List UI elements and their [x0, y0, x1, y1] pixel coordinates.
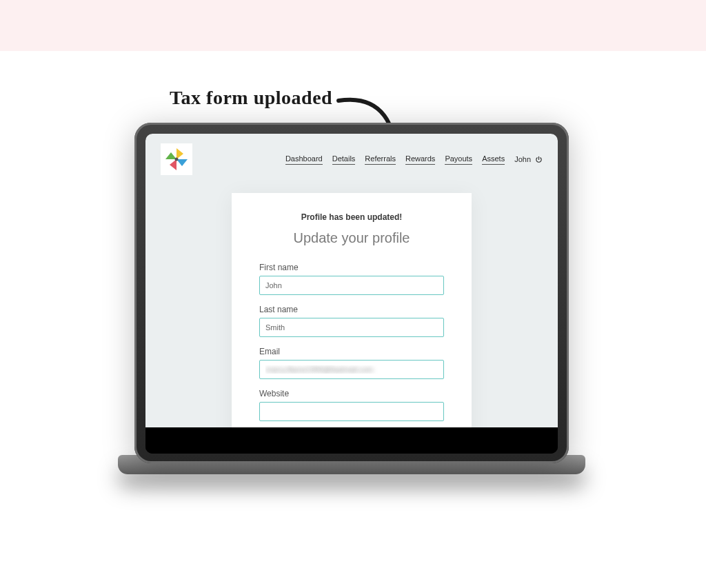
svg-point-4	[175, 158, 179, 161]
first-name-label: First name	[259, 263, 444, 272]
nav-referrals[interactable]: Referrals	[365, 154, 396, 165]
page-top-band	[0, 0, 706, 51]
pinwheel-logo	[161, 143, 192, 175]
pinwheel-icon	[163, 145, 190, 173]
last-name-label: Last name	[259, 305, 444, 314]
user-name: John	[514, 155, 531, 163]
website-label: Website	[259, 389, 444, 398]
laptop-frame: Dashboard Details Referrals Rewards Payo…	[123, 123, 580, 488]
laptop-screen: Dashboard Details Referrals Rewards Payo…	[145, 134, 558, 454]
email-input[interactable]	[259, 360, 444, 379]
laptop-body: Dashboard Details Referrals Rewards Payo…	[134, 123, 569, 463]
nav-rewards[interactable]: Rewards	[405, 154, 435, 165]
svg-marker-0	[176, 148, 183, 159]
screen-black-lower	[145, 427, 558, 454]
nav-payouts[interactable]: Payouts	[445, 154, 472, 165]
power-icon	[535, 156, 543, 163]
app-viewport: Dashboard Details Referrals Rewards Payo…	[145, 134, 558, 427]
svg-marker-2	[170, 159, 176, 170]
app-header: Dashboard Details Referrals Rewards Payo…	[145, 134, 558, 181]
annotation-text: Tax form uploaded	[170, 87, 332, 109]
svg-marker-3	[165, 152, 176, 159]
user-menu[interactable]: John	[514, 155, 543, 163]
last-name-input[interactable]	[259, 318, 444, 337]
profile-card: Profile has been updated! Update your pr…	[232, 193, 472, 427]
website-input[interactable]	[259, 402, 444, 421]
svg-marker-1	[176, 159, 188, 166]
nav-details[interactable]: Details	[332, 154, 356, 165]
email-label: Email	[259, 347, 444, 356]
nav-dashboard[interactable]: Dashboard	[285, 154, 323, 165]
first-name-input[interactable]	[259, 276, 444, 295]
nav-assets[interactable]: Assets	[482, 154, 505, 165]
card-title: Update your profile	[259, 230, 444, 246]
top-nav: Dashboard Details Referrals Rewards Payo…	[285, 154, 543, 165]
status-message: Profile has been updated!	[259, 212, 444, 222]
